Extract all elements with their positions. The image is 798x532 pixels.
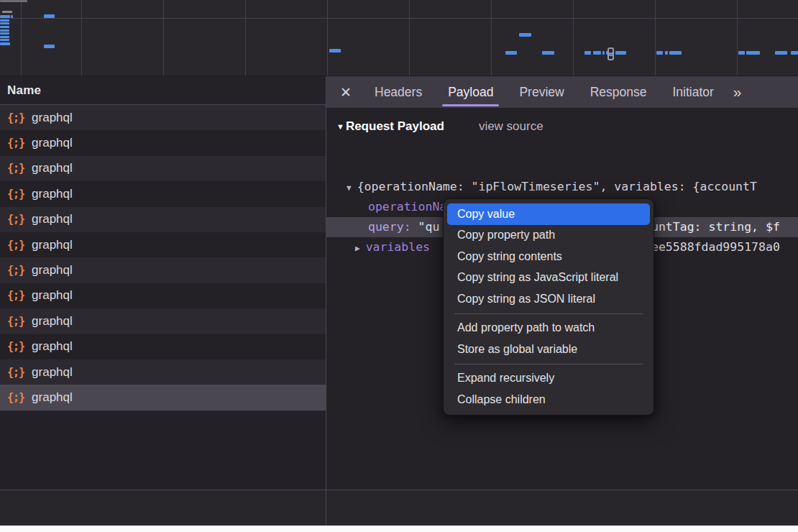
tab-headers[interactable]: Headers	[365, 76, 431, 108]
context-menu-item[interactable]: Copy string contents	[447, 246, 650, 267]
request-row[interactable]: {;} graphql	[0, 385, 326, 410]
context-menu-item[interactable]: Collapse children	[447, 389, 650, 411]
waterfall-bar	[0, 0, 27, 2]
context-menu: Copy valueCopy property pathCopy string …	[443, 198, 654, 416]
json-icon: {;}	[7, 111, 24, 124]
request-row[interactable]: {;} graphql	[0, 232, 326, 257]
variables-preview-end: ee5588fdad995178a0	[651, 237, 780, 257]
waterfall-bar	[329, 49, 341, 52]
request-row[interactable]: {;} graphql	[0, 130, 326, 155]
request-row[interactable]: {;} graphql	[0, 207, 326, 232]
waterfall-bar	[0, 22, 9, 24]
request-row[interactable]: {;} graphql	[0, 156, 326, 181]
close-icon[interactable]: ✕	[334, 76, 358, 108]
json-icon: {;}	[7, 366, 24, 379]
request-row[interactable]: {;} graphql	[0, 105, 326, 130]
requests-panel: Name {;} graphql {;} graphql {;} graphql…	[0, 76, 326, 490]
waterfall-bar	[0, 32, 9, 35]
request-row[interactable]: {;} graphql	[0, 257, 326, 283]
request-name: graphql	[32, 212, 73, 226]
waterfall-bar	[665, 51, 668, 55]
waterfall-bar	[791, 51, 798, 55]
tab-preview[interactable]: Preview	[510, 76, 573, 108]
context-menu-item[interactable]: Store as global variable	[447, 339, 650, 360]
tabs-container: HeadersPayloadPreviewResponseInitiator	[358, 76, 723, 108]
request-row[interactable]: {;} graphql	[0, 181, 326, 206]
waterfall-bar	[44, 45, 55, 48]
waterfall-bar	[593, 51, 601, 55]
section-title: Request Payload	[346, 119, 444, 134]
json-icon: {;}	[7, 264, 24, 277]
waterfall-bar	[505, 51, 517, 55]
page-background-edge	[0, 526, 798, 532]
waterfall-bar	[0, 15, 10, 18]
json-icon: {;}	[7, 137, 24, 150]
tab-label: Preview	[519, 85, 564, 100]
timeline-divider-line	[0, 18, 798, 19]
waterfall-bar	[656, 51, 663, 55]
waterfall-bar	[519, 33, 531, 37]
request-name: graphql	[32, 390, 73, 405]
waterfall-bar	[615, 51, 626, 55]
json-icon: {;}	[7, 315, 24, 328]
summary-text: {operationName: "ipFlowTimeseries", vari…	[357, 180, 757, 193]
property-key: variables	[366, 240, 430, 254]
property-value-start: "qu	[418, 220, 440, 234]
context-menu-separator	[454, 364, 643, 364]
context-menu-item[interactable]: Copy property path	[447, 225, 650, 247]
waterfall-bar	[602, 51, 605, 55]
waterfall-bar	[0, 29, 9, 32]
tab-label: Headers	[375, 85, 422, 100]
json-icon: {;}	[7, 340, 24, 353]
waterfall-bar	[0, 19, 9, 22]
waterfall-bar	[775, 51, 787, 55]
request-name: graphql	[32, 238, 73, 252]
context-menu-item[interactable]: Copy value	[447, 203, 650, 225]
request-name: graphql	[32, 161, 73, 175]
request-row[interactable]: {;} graphql	[0, 334, 326, 359]
waterfall-bar	[669, 51, 682, 55]
status-bar-area	[0, 490, 798, 526]
property-key: query:	[368, 220, 411, 234]
json-icon: {;}	[7, 162, 24, 175]
request-name: graphql	[32, 263, 73, 278]
request-row[interactable]: {;} graphql	[0, 359, 326, 385]
waterfall-bar	[0, 26, 9, 28]
json-icon: {;}	[7, 289, 24, 302]
name-column-header[interactable]: Name	[0, 76, 326, 105]
tab-response[interactable]: Response	[581, 76, 656, 108]
context-menu-item[interactable]: Copy string as JavaScript literal	[447, 267, 650, 289]
request-name: graphql	[32, 111, 73, 125]
collapse-triangle-icon[interactable]: ▼	[336, 122, 344, 131]
waterfall-bar	[542, 51, 554, 55]
expand-triangle-icon[interactable]: ▶	[355, 244, 360, 253]
property-value-end: untTag: string, $f	[651, 217, 780, 237]
tab-label: Payload	[448, 85, 493, 100]
request-row[interactable]: {;} graphql	[0, 308, 326, 334]
context-menu-item[interactable]: Add property path to watch	[447, 318, 650, 339]
waterfall-bar	[11, 15, 13, 18]
panel-divider[interactable]	[326, 490, 326, 526]
network-overview-timeline[interactable]	[0, 0, 798, 76]
tab-payload[interactable]: Payload	[439, 76, 503, 108]
collapse-triangle-icon[interactable]: ▼	[347, 183, 352, 193]
view-source-link[interactable]: view source	[479, 119, 544, 134]
payload-summary-row[interactable]: ▼{operationName: "ipFlowTimeseries", var…	[326, 177, 798, 197]
request-name: graphql	[32, 136, 73, 150]
request-name: graphql	[32, 365, 73, 380]
request-name: graphql	[32, 288, 73, 303]
waterfall-bar	[746, 51, 760, 55]
requests-list: {;} graphql {;} graphql {;} graphql {;} …	[0, 105, 326, 411]
tab-initiator[interactable]: Initiator	[663, 76, 723, 108]
more-tabs-icon[interactable]: »	[733, 83, 740, 101]
context-menu-item[interactable]: Expand recursively	[447, 368, 650, 390]
request-row[interactable]: {;} graphql	[0, 283, 326, 308]
details-tab-bar: ✕ HeadersPayloadPreviewResponseInitiator…	[326, 76, 798, 108]
context-menu-item[interactable]: Copy string as JSON literal	[447, 288, 650, 310]
waterfall-bar	[584, 51, 591, 55]
waterfall-bar	[2, 11, 12, 13]
waterfall-bar	[738, 51, 745, 55]
devtools-network-window: Name {;} graphql {;} graphql {;} graphql…	[0, 0, 798, 532]
json-icon: {;}	[7, 188, 24, 201]
timeline-selected-request-marker	[607, 47, 614, 60]
